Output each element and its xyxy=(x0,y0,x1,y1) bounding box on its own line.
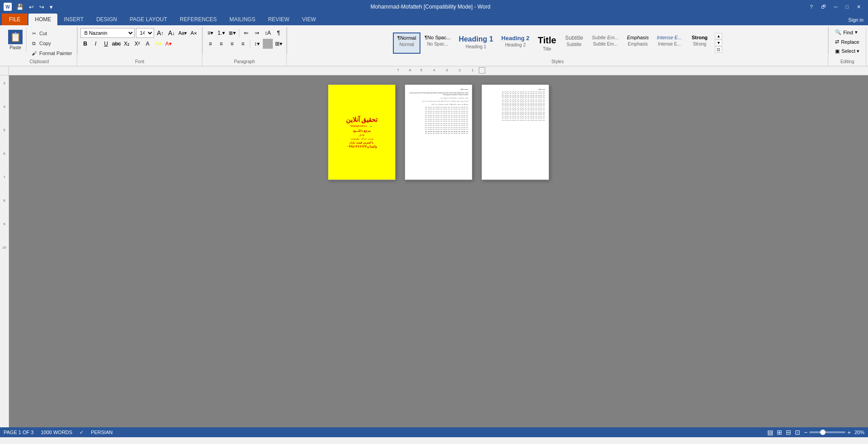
style-heading2[interactable]: Heading 2 Heading 2 xyxy=(497,32,533,54)
page3-content: بسمه تعالی متن متن متن متن متن متن متن م… xyxy=(482,85,549,125)
strikethrough-button[interactable]: abc xyxy=(112,39,121,49)
font-name-select[interactable]: B Nazanin xyxy=(80,28,135,38)
style-subtitle[interactable]: Subtitle Subtitle xyxy=(560,32,588,54)
word-count: 1000 WORDS xyxy=(41,430,72,435)
ad-line4: با کمترین قیمت بازار xyxy=(350,141,373,145)
copy-button[interactable]: ⧉ Copy xyxy=(28,39,74,48)
font-size-select[interactable]: 14 xyxy=(136,28,154,38)
view-web-button[interactable]: ⊡ xyxy=(795,429,800,436)
ruler-mark-7: 7 xyxy=(392,66,404,74)
styles-scroll-down[interactable]: ▼ xyxy=(715,40,722,46)
italic-button[interactable]: I xyxy=(91,39,101,49)
underline-button[interactable]: U xyxy=(101,39,111,49)
tab-file[interactable]: FILE xyxy=(2,14,28,25)
style-subtle-emphasis[interactable]: Subtle Em... Subtle Em... xyxy=(588,32,623,54)
copy-icon: ⧉ xyxy=(30,40,37,47)
save-button[interactable]: 💾 xyxy=(14,3,25,11)
style-title[interactable]: Title Title xyxy=(533,32,560,54)
paragraph-row-1: ≡▾ 1.▾ ≣▾ ⇐ ⇒ ↕A ¶ xyxy=(205,28,284,38)
zoom-in-button[interactable]: + xyxy=(847,429,851,436)
increase-indent-button[interactable]: ⇒ xyxy=(252,28,262,38)
style-no-spacing[interactable]: ¶No Spac... No Spac... xyxy=(420,32,454,54)
align-left-button[interactable]: ≡ xyxy=(205,39,215,49)
tab-references[interactable]: REFERENCES xyxy=(173,14,223,25)
customize-qat-button[interactable]: ▾ xyxy=(48,3,55,11)
bold-button[interactable]: B xyxy=(80,39,90,49)
help-button[interactable]: ? xyxy=(806,2,816,11)
zoom-track xyxy=(809,431,845,433)
tab-review[interactable]: REVIEW xyxy=(261,14,295,25)
ribbon-tab-bar: FILE HOME INSERT DESIGN PAGE LAYOUT REFE… xyxy=(0,14,868,25)
select-button[interactable]: ▣ Select ▾ xyxy=(831,47,863,56)
paste-button[interactable]: 📋 Paste xyxy=(5,28,27,52)
tab-home[interactable]: HOME xyxy=(28,14,57,25)
document-canvas: تحقیق آنلاین Tahghighonline.ir ← مرجع دا… xyxy=(9,75,868,427)
ruler-num-10: 10 xyxy=(0,244,9,251)
change-case-button[interactable]: Aa▾ xyxy=(178,28,188,38)
superscript-button[interactable]: X² xyxy=(132,39,142,49)
cut-button[interactable]: ✂ Cut xyxy=(28,29,74,38)
clear-format-button[interactable]: A✕ xyxy=(189,28,199,38)
replace-button[interactable]: ⇄ Replace xyxy=(831,37,863,46)
tab-mailings[interactable]: MAILINGS xyxy=(223,14,261,25)
view-normal-button[interactable]: ▤ xyxy=(767,429,773,436)
style-heading1-label: Heading 1 xyxy=(466,44,486,49)
line-spacing-button[interactable]: ↕▾ xyxy=(252,39,262,49)
text-effect-button[interactable]: A xyxy=(143,39,153,49)
border-button[interactable]: ⊞▾ xyxy=(274,39,284,49)
page-1: تحقیق آنلاین Tahghighonline.ir ← مرجع دا… xyxy=(328,84,396,180)
subscript-button[interactable]: X₂ xyxy=(122,39,132,49)
window-title: Mohammad-Mofatteh [Compatibility Mode] -… xyxy=(55,4,806,10)
align-center-button[interactable]: ≡ xyxy=(216,39,226,49)
maximize-button[interactable]: □ xyxy=(842,2,852,11)
shading-button[interactable] xyxy=(263,39,273,49)
style-strong[interactable]: Strong Strong xyxy=(686,32,713,54)
language-indicator: PERSIAN xyxy=(91,430,112,435)
ruler-mark-3: 3 xyxy=(440,66,453,74)
minimize-button[interactable]: ─ xyxy=(831,2,841,11)
styles-more-button[interactable]: ⊡ xyxy=(715,46,722,53)
style-heading1[interactable]: Heading 1 Heading 1 xyxy=(455,32,497,54)
increase-font-button[interactable]: A↑ xyxy=(155,28,165,38)
styles-scroll-up[interactable]: ▲ xyxy=(715,33,722,39)
editing-group-content: 🔍 Find ▾ ⇄ Replace ▣ Select ▾ xyxy=(831,28,863,56)
style-subtitle-preview: Subtitle xyxy=(565,35,583,41)
zoom-thumb[interactable] xyxy=(820,430,826,435)
redo-button[interactable]: ↪ xyxy=(37,3,46,11)
align-right-button[interactable]: ≡ xyxy=(227,39,237,49)
numbering-button[interactable]: 1.▾ xyxy=(216,28,226,38)
tab-insert[interactable]: INSERT xyxy=(57,14,90,25)
style-normal[interactable]: ¶Normal Normal xyxy=(393,32,420,54)
view-reading-button[interactable]: ⊞ xyxy=(777,429,782,436)
tab-page-layout[interactable]: PAGE LAYOUT xyxy=(123,14,173,25)
multilevel-button[interactable]: ≣▾ xyxy=(227,28,237,38)
restore-button[interactable]: 🗗 xyxy=(817,2,830,11)
sort-button[interactable]: ↕A xyxy=(263,28,273,38)
format-painter-button[interactable]: 🖌 Format Painter xyxy=(28,49,74,58)
ruler-num-4: 4 xyxy=(0,103,9,111)
bullets-button[interactable]: ≡▾ xyxy=(205,28,215,38)
indent-marker[interactable] xyxy=(479,67,485,74)
show-formatting-button[interactable]: ¶ xyxy=(274,28,284,38)
tab-view[interactable]: VIEW xyxy=(296,14,322,25)
zoom-out-button[interactable]: − xyxy=(804,429,807,436)
undo-button[interactable]: ↩ xyxy=(27,3,36,11)
justify-button[interactable]: ≡ xyxy=(238,39,248,49)
paragraph-group-label: Paragraph xyxy=(234,59,255,64)
font-color-button[interactable]: A▾ xyxy=(163,39,173,49)
find-button[interactable]: 🔍 Find ▾ xyxy=(831,28,863,37)
sign-in-button[interactable]: Sign in xyxy=(844,14,868,25)
decrease-indent-button[interactable]: ⇐ xyxy=(241,28,251,38)
style-intense-emphasis[interactable]: Intense E... Intense E... xyxy=(653,32,686,54)
replace-icon: ⇄ xyxy=(835,39,839,45)
decrease-font-button[interactable]: A↓ xyxy=(167,28,177,38)
style-emphasis[interactable]: Emphasis Emphasis xyxy=(623,32,653,54)
ruler-mark-4: 4 xyxy=(428,66,440,74)
text-highlight-button[interactable]: A▾ xyxy=(153,39,163,49)
scissors-icon: ✂ xyxy=(30,30,37,37)
ad-line2: فایل xyxy=(350,133,373,137)
view-print-button[interactable]: ⊟ xyxy=(786,429,791,436)
close-button[interactable]: ✕ xyxy=(853,2,864,12)
tab-design[interactable]: DESIGN xyxy=(90,14,123,25)
font-format-row: B I U abc X₂ X² A A▾ A▾ xyxy=(80,39,173,49)
